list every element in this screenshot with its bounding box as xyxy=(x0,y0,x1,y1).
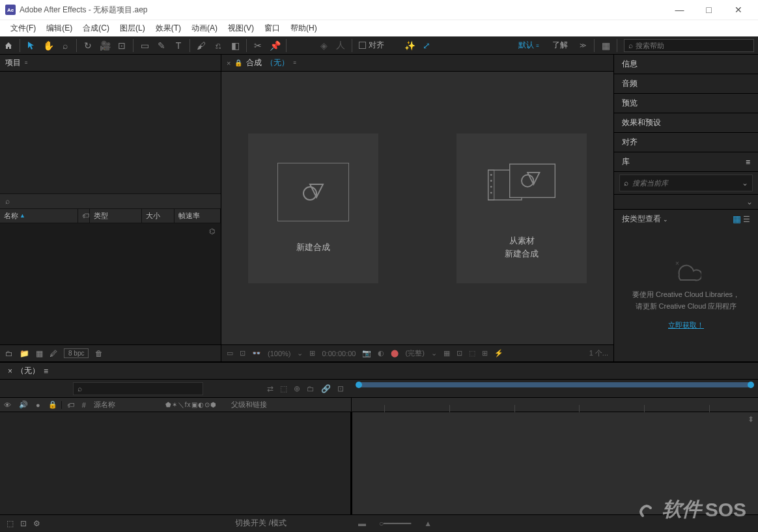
type-tool[interactable]: T xyxy=(170,36,187,55)
col-audio-icon[interactable]: 🔊 xyxy=(15,400,32,409)
grid-view-icon[interactable]: ▦ xyxy=(733,214,741,224)
workspace-more[interactable]: ≫ xyxy=(574,42,591,49)
col-visibility-icon[interactable]: 👁 xyxy=(0,401,15,409)
view-icon[interactable]: ⊞ xyxy=(482,349,488,357)
library-get-link[interactable]: 立即获取！ xyxy=(668,320,704,330)
color-icon[interactable]: ⬤ xyxy=(391,349,399,357)
work-area-start[interactable] xyxy=(356,382,362,388)
tl-foot-icon1[interactable]: ⬚ xyxy=(7,519,14,528)
brush-tool[interactable]: 🖌 xyxy=(193,36,210,55)
adjust-icon[interactable]: 🖉 xyxy=(49,349,57,358)
sync-icon[interactable]: ▦ xyxy=(597,36,614,55)
menu-window[interactable]: 窗口 xyxy=(259,20,285,37)
comp-tab-value[interactable]: （无） xyxy=(266,57,289,68)
minimize-button[interactable]: — xyxy=(665,0,694,20)
workspace-default[interactable]: 默认 ≡ xyxy=(512,40,546,51)
chevron-down-icon[interactable]: ⌄ xyxy=(742,178,748,188)
workspace-learn[interactable]: 了解 xyxy=(546,40,574,51)
zoom-pct[interactable]: (100%) xyxy=(268,350,290,357)
tl-tool5-icon[interactable]: 🔗 xyxy=(321,384,331,393)
panel-align[interactable]: 对齐 xyxy=(614,133,758,152)
snap-icon[interactable]: ✨ xyxy=(401,36,418,55)
res-icon[interactable]: ⊞ xyxy=(309,349,315,357)
col-parent[interactable]: 父级和链接 xyxy=(227,400,279,410)
project-list-area[interactable]: ⌬ xyxy=(0,223,221,345)
col-lock-icon[interactable]: 🔒 xyxy=(44,400,61,409)
folder-icon[interactable]: 📁 xyxy=(20,349,29,358)
menu-animation[interactable]: 动画(A) xyxy=(186,20,223,37)
maximize-button[interactable]: □ xyxy=(694,0,723,20)
menu-composition[interactable]: 合成(C) xyxy=(77,20,115,37)
chevron-down-icon[interactable]: ⌄ xyxy=(297,349,303,357)
orbit-tool[interactable]: ↻ xyxy=(79,36,96,55)
library-search[interactable]: ⌕ ⌄ xyxy=(619,175,753,191)
trash-icon[interactable]: 🗑 xyxy=(95,349,103,358)
align-checkbox[interactable]: 对齐 xyxy=(355,40,388,51)
flow-icon[interactable]: ⌬ xyxy=(209,227,216,236)
roto-tool[interactable]: ✂ xyxy=(249,36,266,55)
lock-icon[interactable]: 🔒 xyxy=(234,59,242,66)
viewer2-icon[interactable]: ⊡ xyxy=(240,349,246,357)
tl-tool2-icon[interactable]: ⬚ xyxy=(280,384,287,393)
tag-icon[interactable]: 🏷 xyxy=(82,212,89,219)
col-label-icon[interactable]: 🏷 xyxy=(61,401,78,409)
pen-tool[interactable]: ✎ xyxy=(153,36,170,55)
eraser-tool[interactable]: ◧ xyxy=(227,36,244,55)
tl-tool1-icon[interactable]: ⇄ xyxy=(267,384,274,393)
menu-effect[interactable]: 效果(T) xyxy=(150,20,186,37)
project-search[interactable]: ⌕ xyxy=(0,193,221,209)
home-button[interactable] xyxy=(0,36,17,55)
mask-icon[interactable]: 👓 xyxy=(252,349,261,357)
hand-tool[interactable]: ✋ xyxy=(40,36,57,55)
list-view-icon[interactable]: ☰ xyxy=(743,215,750,224)
panel-effects-presets[interactable]: 效果和预设 xyxy=(614,113,758,133)
menu-help[interactable]: 帮助(H) xyxy=(285,20,322,37)
help-search-input[interactable] xyxy=(636,42,750,49)
grid-icon[interactable]: ▦ xyxy=(443,349,450,357)
draft-icon[interactable]: ⚡ xyxy=(494,349,503,357)
bpc-button[interactable]: 8 bpc xyxy=(64,348,89,358)
channel-icon[interactable]: ◐ xyxy=(378,349,384,357)
panel-menu-icon[interactable]: ≡ xyxy=(44,367,48,376)
pan-behind-tool[interactable]: ⊡ xyxy=(113,36,130,55)
resolution[interactable]: (完整) xyxy=(405,348,424,358)
timeline-tab[interactable]: （无） xyxy=(16,365,40,376)
clone-tool[interactable]: ⎌ xyxy=(210,36,227,55)
new-comp-card[interactable]: 新建合成 xyxy=(248,133,378,283)
timeline-layers[interactable] xyxy=(0,412,352,514)
library-search-input[interactable] xyxy=(632,179,738,187)
panel-library[interactable]: 库 ≡ xyxy=(614,152,758,172)
col-size[interactable]: 大小 xyxy=(142,209,175,223)
tl-tool6-icon[interactable]: ⊡ xyxy=(337,384,344,393)
help-search[interactable]: ⌕ xyxy=(624,39,754,52)
3d-icon[interactable]: ⬚ xyxy=(469,349,475,357)
tab-close-icon[interactable]: × xyxy=(8,367,12,376)
viewer-icon[interactable]: ▭ xyxy=(227,349,233,357)
work-area-end[interactable] xyxy=(748,382,754,388)
panel-audio[interactable]: 音频 xyxy=(614,74,758,94)
library-view-mode[interactable]: 按类型查看 ⌄ xyxy=(622,214,668,225)
panel-info[interactable]: 信息 xyxy=(614,55,758,74)
col-fps[interactable]: 帧速率 xyxy=(175,209,221,223)
create-shape2-icon[interactable]: 人 xyxy=(332,36,349,55)
scroll-icon[interactable]: ⬍ xyxy=(748,415,757,424)
timeline-ruler[interactable] xyxy=(352,380,758,398)
menu-edit[interactable]: 编辑(E) xyxy=(41,20,77,37)
menu-file[interactable]: 文件(F) xyxy=(5,20,41,37)
camera-tool[interactable]: 🎥 xyxy=(96,36,113,55)
tl-foot-icon2[interactable]: ⊡ xyxy=(20,519,27,528)
rectangle-tool[interactable]: ▭ xyxy=(136,36,153,55)
zoom-slider[interactable]: ○━━━━━━ xyxy=(379,519,411,528)
col-name[interactable]: 名称▲ xyxy=(0,209,78,223)
zoom-in-icon[interactable]: ▲ xyxy=(424,519,432,528)
tab-close-icon[interactable]: × xyxy=(227,59,231,67)
menu-view[interactable]: 视图(V) xyxy=(223,20,259,37)
panel-menu-icon[interactable]: ≡ xyxy=(746,158,750,167)
chevron-down-icon[interactable]: ⌄ xyxy=(431,349,437,357)
puppet-tool[interactable]: 📌 xyxy=(266,36,283,55)
guide-icon[interactable]: ⊡ xyxy=(456,349,462,357)
col-type[interactable]: 类型 xyxy=(90,209,142,223)
timecode[interactable]: 0:00:00:00 xyxy=(322,350,356,357)
chevron-down-icon[interactable]: ⌄ xyxy=(746,197,753,206)
tl-foot-icon3[interactable]: ⚙ xyxy=(33,519,40,528)
